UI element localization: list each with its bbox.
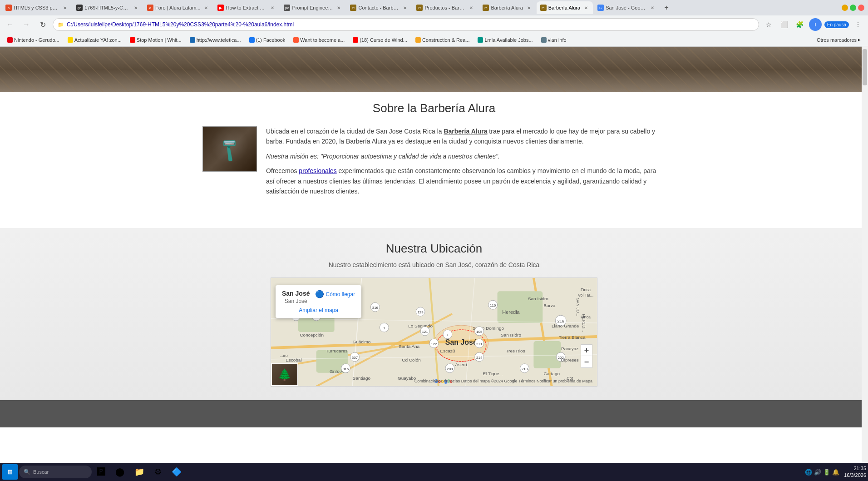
tab-close-barberia2[interactable]: ✕ [583, 5, 589, 11]
svg-text:Aserrí: Aserrí [455, 362, 468, 367]
scrollbar[interactable] [862, 46, 868, 427]
svg-text:218: 218 [522, 367, 528, 371]
svg-text:Pacayaz: Pacayaz [561, 346, 578, 351]
svg-text:Guácimo: Guácimo [352, 339, 370, 344]
reload-button[interactable]: ↻ [36, 18, 49, 31]
browser-chrome: a HTML5 y CSS3 part... ✕ gh 1769-HTML5-y… [0, 0, 868, 47]
extension-button[interactable]: ⬜ [778, 18, 791, 31]
about-content: Ubicada en el corazón de la ciudad de Sa… [202, 126, 666, 201]
bookmarks-bar: Nintendo - Gerudo... Actualízate YA! zon… [0, 34, 868, 46]
tab-favicon-barberia2: ✂ [540, 5, 547, 11]
bookmark-construction[interactable]: Construction & Rea... [412, 36, 473, 44]
bookmark-favicon-wanttobecome [293, 37, 299, 43]
svg-text:Escazú: Escazú [440, 348, 455, 353]
expand-map-link[interactable]: Ampliar el mapa [282, 307, 355, 313]
page-content: Sobre la Barbería Alura Ubicada en el co… [0, 47, 868, 427]
bookmarks-other-folder[interactable]: Otros marcadores ▸ [813, 36, 864, 44]
svg-text:316: 316 [343, 367, 349, 371]
close-button[interactable] [858, 5, 864, 11]
tab-close-howto[interactable]: ✕ [269, 5, 276, 11]
url-bar[interactable]: 📁 C:/Users/luisfelipe/Desktop/1769-HTML5… [53, 18, 759, 31]
maximize-button[interactable] [850, 5, 856, 11]
profile-button[interactable]: I [809, 18, 822, 31]
new-tab-button[interactable]: + [660, 1, 673, 14]
tab-favicon-productos: ✂ [416, 5, 423, 11]
bookmark-teletica[interactable]: http://www.teletica... [186, 36, 245, 44]
tab-favicon-github: gh [76, 5, 83, 11]
zoom-out-button[interactable]: − [581, 356, 592, 368]
tab-close-github[interactable]: ✕ [133, 5, 139, 11]
svg-text:105: 105 [476, 330, 483, 334]
svg-text:Barva: Barva [543, 303, 555, 308]
tab-close-barberia1[interactable]: ✕ [526, 5, 532, 11]
forward-button[interactable]: → [20, 18, 33, 31]
bookmark-actualizate[interactable]: Actualízate YA! zon... [64, 36, 125, 44]
svg-text:123: 123 [417, 310, 424, 314]
tab-close-prompt[interactable]: ✕ [335, 5, 342, 11]
bookmark-star-button[interactable]: ☆ [763, 18, 775, 31]
tab-close-foro[interactable]: ✕ [203, 5, 209, 11]
location-subtitle: Nuestro establecimiento está ubicado en … [271, 261, 597, 268]
tab-label-howto: How to Extract CSS... [226, 5, 266, 10]
svg-text:El Tique...: El Tique... [483, 371, 503, 376]
svg-text:...iro: ...iro [280, 353, 287, 358]
bookmark-label-curso: (18) Curso de Wind... [360, 37, 407, 43]
pause-badge: En pausa [824, 21, 849, 28]
bookmark-favicon-lmia [478, 37, 483, 43]
svg-text:Escobal: Escobal [286, 357, 301, 362]
map-attribution-text: Combinaciones de teclas Datos del mapa ©… [414, 379, 592, 383]
svg-text:Turrucares: Turrucares [326, 348, 348, 353]
svg-text:Santa Ana: Santa Ana [399, 344, 419, 349]
bookmark-label-nintendo: Nintendo - Gerudo... [14, 37, 59, 43]
directions-link[interactable]: Cómo llegar [326, 291, 355, 298]
tab-favicon-howto: ▶ [217, 5, 224, 11]
tab-contacto[interactable]: ✂ Contacto - Barbería... ✕ [346, 1, 412, 14]
bookmark-vlan[interactable]: vlan info [538, 36, 570, 44]
tab-howto[interactable]: ▶ How to Extract CSS... ✕ [214, 1, 279, 14]
tab-close-sanjose[interactable]: ✕ [649, 5, 656, 11]
scrollbar-thumb[interactable] [863, 49, 867, 85]
about-p1-start: Ubicada en el corazón de la ciudad de Sa… [266, 128, 444, 135]
extensions-button[interactable]: 🧩 [794, 18, 806, 31]
svg-text:Llano Grande: Llano Grande [552, 323, 579, 328]
tab-label-prompt: Prompt Engineering... [292, 5, 333, 10]
tab-close-html5[interactable]: ✕ [62, 5, 68, 11]
tab-close-contacto[interactable]: ✕ [402, 5, 408, 11]
tab-label-barberia1: Barbería Alura [491, 5, 523, 10]
tab-github[interactable]: gh 1769-HTML5-y-CSS... ✕ [73, 1, 143, 14]
zoom-in-button[interactable]: + [581, 344, 592, 356]
tab-productos[interactable]: ✂ Productos - Barber... ✕ [413, 1, 478, 14]
map-thumbnail: 🌲 [271, 363, 298, 386]
minimize-button[interactable] [842, 5, 848, 11]
location-section: Nuestra Ubicación Nuestro establecimient… [0, 228, 868, 400]
bookmark-facebook[interactable]: (1) Facebook [246, 36, 289, 44]
svg-text:Tierra Blanca: Tierra Blanca [559, 335, 586, 340]
bookmark-wanttobecome[interactable]: Want to become a... [290, 36, 348, 44]
tab-foro[interactable]: a Foro | Alura Latam... ✕ [143, 1, 213, 14]
bookmark-curso[interactable]: (18) Curso de Wind... [349, 36, 411, 44]
bookmark-nintendo[interactable]: Nintendo - Gerudo... [4, 36, 63, 44]
tab-prompt[interactable]: pe Prompt Engineering... ✕ [280, 1, 345, 14]
tab-html5[interactable]: a HTML5 y CSS3 part... ✕ [2, 1, 72, 14]
tab-barberia2-active[interactable]: ✂ Barbería Alura ✕ [537, 1, 593, 14]
window-controls [842, 5, 866, 11]
back-button[interactable]: ← [4, 18, 16, 31]
menu-button[interactable]: ⋮ [852, 18, 864, 31]
bookmark-label-stopmotion: Stop Motion | Whit... [137, 37, 182, 43]
bookmark-stopmotion[interactable]: Stop Motion | Whit... [126, 36, 185, 44]
tab-favicon-barberia1: ✂ [483, 5, 489, 11]
bookmark-favicon-nintendo [7, 37, 13, 43]
tab-barberia1[interactable]: ✂ Barbería Alura ✕ [479, 1, 535, 14]
browser-actions: ☆ ⬜ 🧩 I En pausa ⋮ [763, 18, 864, 31]
map-container: 216 1 123 116 307 209 218 [271, 278, 597, 387]
svg-text:San Isidro: San Isidro [528, 297, 548, 302]
tab-sanjose[interactable]: G San José - Google... ✕ [594, 1, 659, 14]
svg-text:SAN JO...: SAN JO... [576, 298, 580, 317]
chevron-down-icon: ▸ [858, 37, 861, 43]
bookmark-favicon-stopmotion [130, 37, 135, 43]
map-popup: San José San José 🔵 Cómo llegar Ampliar … [276, 285, 361, 318]
tab-close-productos[interactable]: ✕ [468, 5, 474, 11]
bookmark-lmia[interactable]: Lmia Available Jobs... [474, 36, 536, 44]
svg-text:Cipreses: Cipreses [561, 357, 578, 362]
tab-label-html5: HTML5 y CSS3 part... [14, 5, 59, 10]
